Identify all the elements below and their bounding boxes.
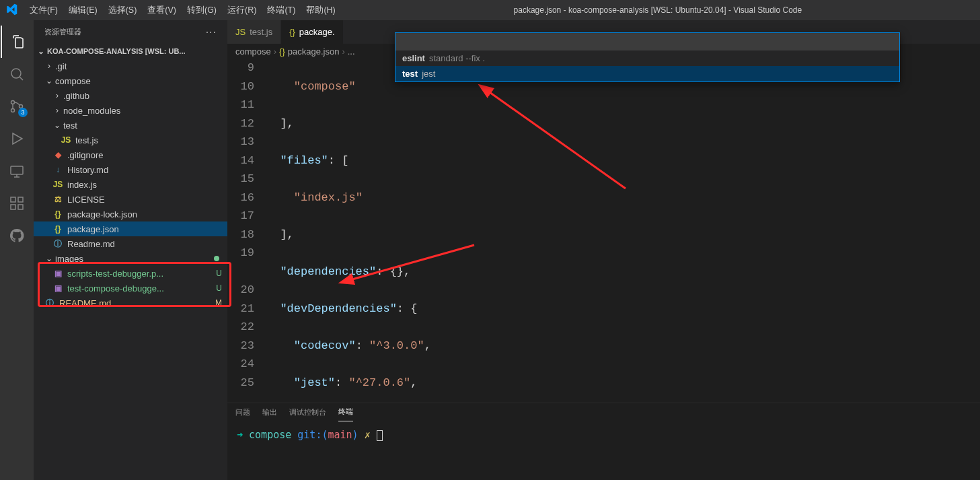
chevron-down-icon: ⌄ [44,76,54,85]
tree-file-package-json[interactable]: {}package.json [34,221,227,236]
tab-test-js[interactable]: JStest.js [227,20,281,44]
chevron-down-icon: ⌄ [36,46,46,56]
tree-file-image-2[interactable]: ▣test-compose-debugge...U [34,281,227,296]
activity-github-icon[interactable] [1,219,33,252]
breadcrumb-segment[interactable]: compose [235,46,271,57]
vscode-logo-icon [5,3,24,18]
activity-bar: 3 [0,20,34,480]
image-file-icon: ▣ [52,283,63,294]
tree-file-image-1[interactable]: ▣scripts-test-debugger.p...U [34,266,227,281]
git-status-untracked: U [216,269,222,278]
svg-rect-8 [18,197,23,202]
panel-tab-debug-console[interactable]: 调试控制台 [289,407,326,421]
quick-pick-item-test[interactable]: test jest [395,66,899,81]
menu-view[interactable]: 查看(V) [142,5,182,16]
svg-point-1 [11,101,15,104]
tree-folder-images[interactable]: ⌄images [34,251,227,266]
terminal-panel: 问题 输出 调试控制台 终端 ➜ compose git:(main) ✗ [227,403,980,480]
activity-debug-icon[interactable] [1,123,33,155]
breadcrumb-segment[interactable]: ... [348,46,355,57]
menu-run[interactable]: 运行(R) [222,5,262,16]
tree-file-history-md[interactable]: ↓History.md [34,162,227,177]
editor-area: JStest.js {}package. compose › {} packag… [227,20,980,480]
js-file-icon: JS [61,135,71,145]
menu-help[interactable]: 帮助(H) [301,5,340,16]
terminal-cursor [377,430,383,441]
chevron-right-icon: › [52,91,62,100]
chevron-right-icon: › [52,106,62,115]
scm-badge: 3 [18,108,28,117]
editor-content[interactable]: "compose" ], "files": [ "index.js" ], "d… [266,59,980,403]
svg-rect-5 [11,197,15,202]
chevron-down-icon: ⌄ [52,121,62,130]
tab-package-json[interactable]: {}package. [281,20,343,44]
panel-tab-problems[interactable]: 问题 [235,407,250,421]
activity-remote-icon[interactable] [1,155,33,187]
svg-point-0 [11,69,21,78]
tree-file-readme-root[interactable]: ⓘREADME.mdM [34,296,227,310]
tree-file-license[interactable]: ⚖LICENSE [34,192,227,207]
tree-folder-git[interactable]: ›.git [34,59,227,73]
breadcrumb-segment[interactable]: package.json [288,46,340,57]
git-modified-dot-icon [214,256,219,261]
svg-rect-7 [18,205,23,209]
folder-section-header[interactable]: ⌄ KOA-COMPOSE-ANALYSIS [WSL: UB... [34,44,227,59]
quick-input-widget: eslint standard --fix . test jest [395,32,900,82]
panel-tab-terminal[interactable]: 终端 [338,407,353,421]
main-menu: 文件(F) 编辑(E) 选择(S) 查看(V) 转到(G) 运行(R) 终端(T… [24,5,341,16]
tree-file-gitignore[interactable]: ◆.gitignore [34,147,227,162]
tree-folder-compose[interactable]: ⌄compose [34,73,227,88]
menu-terminal[interactable]: 终端(T) [262,5,301,16]
file-tree: ›.git ⌄compose ›.github ›node_modules ⌄t… [34,59,227,480]
activity-scm-icon[interactable]: 3 [1,90,33,123]
chevron-right-icon: › [274,46,276,57]
quick-pick-item-eslint[interactable]: eslint standard --fix . [395,50,899,66]
activity-search-icon[interactable] [1,58,33,90]
tree-file-test-js[interactable]: JStest.js [34,133,227,147]
svg-rect-4 [11,166,23,174]
terminal-content[interactable]: ➜ compose git:(main) ✗ [227,425,980,480]
tree-file-index-js[interactable]: JSindex.js [34,177,227,192]
license-file-icon: ⚖ [52,194,63,205]
git-status-untracked: U [216,283,222,293]
markdown-file-icon: ↓ [52,164,63,175]
line-numbers-gutter: 910111213141516171819202122232425 [227,59,266,403]
sidebar-more-icon[interactable]: ··· [206,26,217,38]
window-title: package.json - koa-compose-analysis [WSL… [341,5,975,15]
menu-edit[interactable]: 编辑(E) [63,5,103,16]
menu-file[interactable]: 文件(F) [24,5,63,16]
menu-select[interactable]: 选择(S) [103,5,143,16]
info-file-icon: ⓘ [44,298,55,308]
js-file-icon: JS [52,179,63,190]
svg-point-2 [11,109,15,112]
info-file-icon: ⓘ [52,238,63,249]
git-status-modified: M [215,298,222,308]
json-file-icon: {} [52,224,63,234]
explorer-sidebar: 资源管理器 ··· ⌄ KOA-COMPOSE-ANALYSIS [WSL: U… [34,20,227,480]
tree-folder-github[interactable]: ›.github [34,88,227,103]
image-file-icon: ▣ [52,268,63,279]
json-file-icon: {} [289,27,295,37]
chevron-right-icon: › [342,46,344,57]
menu-go[interactable]: 转到(G) [182,5,222,16]
panel-tab-output[interactable]: 输出 [262,407,277,421]
quick-input-field[interactable] [395,33,899,50]
chevron-down-icon: ⌄ [44,254,54,263]
activity-extensions-icon[interactable] [1,187,33,219]
chevron-right-icon: › [44,61,54,71]
prompt-arrow-icon: ➜ [237,429,243,441]
git-file-icon: ◆ [52,149,63,160]
tree-file-package-lock[interactable]: {}package-lock.json [34,207,227,221]
sidebar-title: 资源管理器 [44,27,81,37]
svg-rect-6 [11,205,15,209]
json-file-icon: {} [52,209,63,219]
activity-explorer-icon[interactable] [1,26,33,58]
json-file-icon: {} [279,46,285,57]
tree-folder-test[interactable]: ⌄test [34,118,227,133]
js-file-icon: JS [235,27,246,37]
tree-folder-node-modules[interactable]: ›node_modules [34,103,227,118]
tree-file-readme-md[interactable]: ⓘReadme.md [34,236,227,251]
